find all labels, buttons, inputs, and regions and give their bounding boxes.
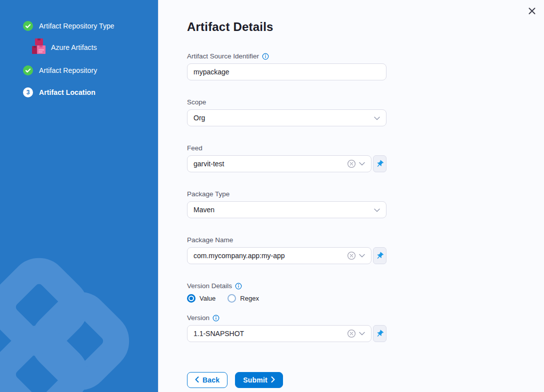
info-icon[interactable] bbox=[212, 315, 220, 322]
page-title: Artifact Details bbox=[187, 20, 544, 34]
scope-group: Scope Org bbox=[187, 98, 386, 126]
artifact-source-identifier-input[interactable] bbox=[187, 63, 386, 80]
version-label: Version bbox=[187, 314, 386, 322]
step-label: Artifact Location bbox=[39, 88, 96, 96]
wizard-sidebar: Artifact Repository Type Azure Ar bbox=[0, 0, 158, 392]
feed-group: Feed bbox=[187, 144, 386, 172]
radio-unselected-icon[interactable] bbox=[228, 294, 236, 303]
package-type-value: Maven bbox=[194, 206, 214, 214]
step-label: Artifact Repository bbox=[39, 66, 97, 74]
package-name-group: Package Name bbox=[187, 236, 386, 264]
artifact-wizard-dialog: Artifact Repository Type Azure Ar bbox=[0, 0, 544, 392]
version-details-label: Version Details bbox=[187, 282, 386, 290]
artifact-details-form: Artifact Details Artifact Source Identif… bbox=[158, 0, 544, 388]
step-artifact-location[interactable]: 3 Artifact Location bbox=[23, 87, 150, 97]
artifact-source-identifier-group: Artifact Source Identifier bbox=[187, 52, 386, 80]
radio-option-value[interactable]: Value bbox=[187, 294, 216, 303]
scope-value: Org bbox=[194, 114, 205, 122]
wizard-steps: Artifact Repository Type Azure Ar bbox=[0, 0, 158, 97]
azure-artifacts-icon bbox=[32, 38, 46, 57]
selected-repo-type-azure-artifacts[interactable]: Azure Artifacts bbox=[32, 38, 150, 56]
scope-label: Scope bbox=[187, 98, 386, 106]
chevron-down-icon[interactable] bbox=[358, 254, 366, 258]
package-name-label: Package Name bbox=[187, 236, 386, 244]
step-complete-check-icon bbox=[23, 65, 33, 75]
step-number-badge: 3 bbox=[23, 87, 33, 97]
version-details-group: Version Details Value Regex bbox=[187, 282, 386, 303]
harness-logo-watermark bbox=[0, 227, 158, 392]
feed-label: Feed bbox=[187, 144, 386, 152]
version-input[interactable] bbox=[194, 330, 346, 338]
submit-button[interactable]: Submit bbox=[235, 372, 283, 388]
package-type-group: Package Type Maven bbox=[187, 190, 386, 218]
info-icon[interactable] bbox=[235, 283, 242, 290]
wizard-footer-buttons: Back Submit bbox=[187, 372, 544, 388]
chevron-left-icon bbox=[195, 376, 199, 384]
scope-select[interactable]: Org bbox=[187, 109, 386, 126]
package-type-select[interactable]: Maven bbox=[187, 201, 386, 218]
version-combobox[interactable] bbox=[187, 325, 372, 342]
feed-combobox[interactable] bbox=[187, 155, 372, 172]
info-icon[interactable] bbox=[262, 53, 269, 60]
substep-label: Azure Artifacts bbox=[51, 43, 97, 51]
chevron-down-icon bbox=[374, 205, 380, 214]
clear-icon[interactable] bbox=[346, 251, 358, 260]
clear-icon[interactable] bbox=[346, 329, 358, 338]
step-label: Artifact Repository Type bbox=[39, 22, 114, 30]
feed-input[interactable] bbox=[194, 160, 346, 168]
artifact-source-identifier-label: Artifact Source Identifier bbox=[187, 52, 386, 60]
clear-icon[interactable] bbox=[346, 159, 358, 168]
step-artifact-repository-type[interactable]: Artifact Repository Type bbox=[23, 21, 150, 31]
pin-fixed-value-icon[interactable] bbox=[373, 247, 386, 264]
pin-fixed-value-icon[interactable] bbox=[373, 325, 386, 342]
chevron-down-icon bbox=[374, 113, 380, 122]
pin-fixed-value-icon[interactable] bbox=[373, 155, 386, 172]
chevron-down-icon[interactable] bbox=[358, 162, 366, 166]
back-button[interactable]: Back bbox=[187, 372, 228, 388]
package-type-label: Package Type bbox=[187, 190, 386, 198]
step-artifact-repository[interactable]: Artifact Repository bbox=[23, 65, 150, 75]
radio-option-regex[interactable]: Regex bbox=[228, 294, 259, 303]
artifact-details-panel: Artifact Details Artifact Source Identif… bbox=[158, 0, 544, 392]
close-icon[interactable] bbox=[526, 5, 538, 16]
version-details-radio-group: Value Regex bbox=[187, 294, 386, 303]
step-complete-check-icon bbox=[23, 21, 33, 31]
package-name-combobox[interactable] bbox=[187, 247, 372, 264]
radio-selected-icon[interactable] bbox=[187, 294, 196, 303]
version-group: Version bbox=[187, 314, 386, 342]
package-name-input[interactable] bbox=[194, 252, 346, 260]
chevron-down-icon[interactable] bbox=[358, 332, 366, 336]
chevron-right-icon bbox=[271, 376, 275, 384]
